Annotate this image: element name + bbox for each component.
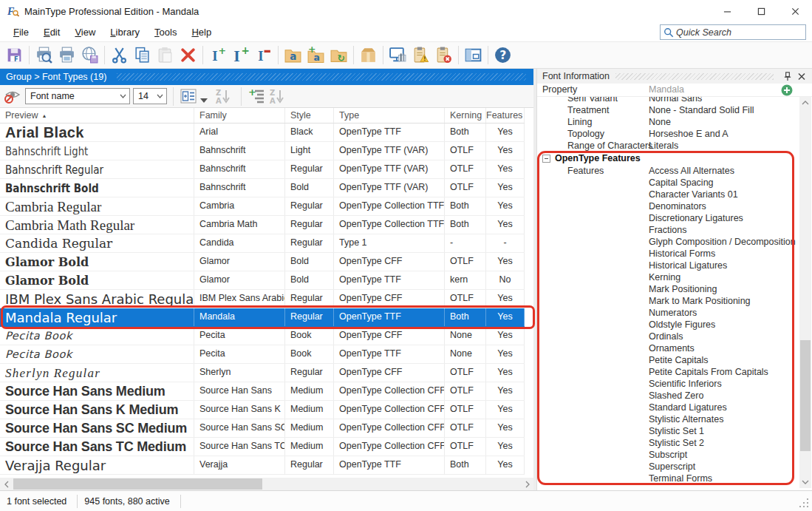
hide-preview-icon[interactable] <box>4 87 22 105</box>
table-row[interactable]: Candida RegularCandidaRegularType 1-- <box>0 234 525 253</box>
feature-value: Denominators <box>649 201 706 211</box>
scroll-down-icon[interactable] <box>799 476 811 488</box>
preview-text: Source Han Sans TC Medium <box>5 438 186 456</box>
table-row[interactable]: Bahnschrift BoldBahnschriftBoldOpenType … <box>0 179 525 197</box>
web-export-icon[interactable] <box>78 44 101 67</box>
scroll-up-icon[interactable] <box>799 97 811 109</box>
column-header-style[interactable]: Style <box>285 108 334 123</box>
panels-icon[interactable] <box>462 44 485 67</box>
close-button[interactable] <box>778 0 812 22</box>
cell: OpenType Collection CFF <box>334 438 445 456</box>
install-font-icon[interactable]: I+ <box>206 44 229 67</box>
menu-item-tools[interactable]: Tools <box>147 24 184 40</box>
clipboard-error-icon[interactable] <box>432 44 455 67</box>
table-row[interactable]: Source Han Sans TC MediumSource Han Sans… <box>0 438 525 456</box>
preview-size-value: 14 <box>138 91 149 101</box>
refresh-folder-icon[interactable]: ↻ <box>327 44 350 67</box>
menu-item-view[interactable]: View <box>67 24 103 40</box>
clipboard-warning-icon[interactable]: ! <box>409 44 432 67</box>
delete-icon[interactable] <box>177 44 199 67</box>
cut-icon[interactable] <box>108 44 131 67</box>
table-row[interactable]: Source Han Sans K MediumSource Han Sans … <box>0 401 525 419</box>
install-fonts-icon[interactable]: I+ <box>229 44 252 67</box>
scrollbar-thumb[interactable] <box>800 340 811 451</box>
package-icon[interactable] <box>357 44 380 67</box>
cell: OTLF <box>445 142 486 160</box>
add-to-list-icon[interactable]: + <box>248 87 265 105</box>
close-panel-icon[interactable] <box>796 70 808 82</box>
detail-view-caret-icon[interactable] <box>200 94 208 99</box>
menu-item-help[interactable]: Help <box>184 24 219 40</box>
save-icon[interactable]: F <box>3 44 26 67</box>
value-column-header: Mandala <box>649 84 684 95</box>
minimize-button[interactable] <box>710 0 744 22</box>
quick-search[interactable] <box>660 24 806 40</box>
maximize-button[interactable] <box>744 0 778 22</box>
table-row[interactable]: Sherlyn RegularSherlynRegularOpenType CF… <box>0 364 525 382</box>
column-header-kerning[interactable]: Kerning <box>445 108 486 123</box>
scroll-left-icon[interactable] <box>0 478 13 490</box>
window-controls <box>710 0 812 22</box>
column-header-family[interactable]: Family <box>194 108 285 123</box>
feature-value: Access All Alternates <box>649 166 734 176</box>
help-icon[interactable]: ? <box>491 44 514 67</box>
preview-size-select[interactable]: 14 <box>133 88 167 104</box>
scrollbar-thumb[interactable] <box>13 478 262 490</box>
pin-icon[interactable] <box>782 70 794 82</box>
table-row[interactable]: Pecita BookPecitaBookOpenType TTFNoneYes <box>0 345 525 364</box>
column-header-type[interactable]: Type <box>334 108 445 123</box>
feature-label: Features <box>567 165 649 177</box>
uninstall-font-icon[interactable]: I <box>252 44 275 67</box>
table-row[interactable]: Glamor BoldGlamorBoldOpenType TTFkernNo <box>0 271 525 290</box>
cell: Yes <box>486 419 525 437</box>
table-row[interactable]: Source Han Sans MediumSource Han SansMed… <box>0 382 525 401</box>
add-property-icon[interactable] <box>781 84 793 96</box>
menu-item-library[interactable]: Library <box>103 24 147 40</box>
table-row[interactable]: Source Han Sans SC MediumSource Han Sans… <box>0 419 525 438</box>
cell: OpenType TTF <box>334 123 445 141</box>
tag-folder-icon[interactable]: a <box>282 44 304 67</box>
table-row[interactable]: Pecita BookPecitaBookOpenType CFFNoneYes <box>0 327 525 345</box>
workstation-icon[interactable] <box>386 44 409 67</box>
panel-grip <box>615 73 774 80</box>
table-row[interactable]: Glamor BoldGlamorBoldOpenType CFFOTLFYes <box>0 253 525 271</box>
font-preview: Mandala Regular <box>0 308 194 326</box>
feature-row: Character Variants 01 <box>537 189 799 200</box>
new-tag-folder-icon[interactable]: a+ <box>304 44 327 67</box>
menu-item-edit[interactable]: Edit <box>36 24 67 40</box>
table-row[interactable]: Arial BlackArialBlackOpenType TTFBothYes <box>0 123 525 142</box>
table-row[interactable]: Cambria RegularCambriaRegularOpenType Co… <box>0 197 525 216</box>
quick-search-input[interactable] <box>676 27 802 38</box>
font-list-panel: Group > Font Types (19) Font name 14 ZA … <box>0 69 533 490</box>
table-row[interactable]: Bahnschrift RegularBahnschriftRegularOpe… <box>0 160 525 179</box>
detail-view-icon[interactable] <box>180 87 197 105</box>
print-icon[interactable] <box>55 44 78 67</box>
print-preview-icon[interactable] <box>33 44 55 67</box>
horizontal-scrollbar[interactable] <box>0 478 533 490</box>
feature-value: Oldstyle Figures <box>649 319 715 330</box>
font-name-filter-select[interactable]: Font name <box>25 88 130 104</box>
column-header-features[interactable]: Features <box>486 108 525 123</box>
table-row[interactable]: IBM Plex Sans Arabic RegularIBM Plex San… <box>0 290 525 308</box>
group-header-opentype-features[interactable]: OpenType Features <box>537 152 799 165</box>
table-row[interactable]: Cambria Math RegularCambria MathRegularO… <box>0 216 525 234</box>
vertical-scrollbar[interactable] <box>799 97 811 488</box>
scroll-right-icon[interactable] <box>521 478 533 490</box>
font-preview: Glamor Bold <box>0 253 194 271</box>
cell: Black <box>285 123 334 141</box>
separator <box>173 87 174 106</box>
menu-item-file[interactable]: File <box>6 24 36 40</box>
toolbar-separator <box>202 46 203 64</box>
resize-grip[interactable] <box>799 498 809 508</box>
copy-icon[interactable] <box>131 44 154 67</box>
preview-text: Source Han Sans K Medium <box>5 401 178 419</box>
table-row[interactable]: Bahnschrift LightBahnschriftLightOpenTyp… <box>0 142 525 160</box>
collapse-icon[interactable] <box>542 155 550 163</box>
cell: Pecita <box>194 345 285 363</box>
cell: Source Han Sans K <box>194 401 285 419</box>
table-row[interactable]: Verajja RegularVerajjaRegularOpenType TT… <box>0 456 525 475</box>
feature-value: Mark to Mark Positioning <box>649 296 751 306</box>
table-row[interactable]: Mandala RegularMandalaRegularOpenType TT… <box>0 308 525 327</box>
column-header-preview[interactable]: Preview▲ <box>0 108 194 123</box>
feature-value: Mark Positioning <box>649 284 717 294</box>
